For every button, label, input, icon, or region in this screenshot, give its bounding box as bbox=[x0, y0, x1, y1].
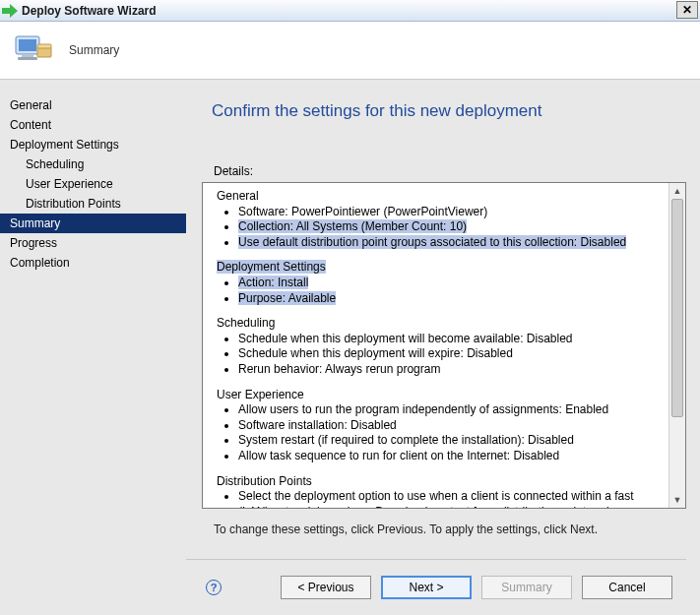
details-item: Collection: All Systems (Member Count: 1… bbox=[238, 219, 662, 235]
svg-rect-6 bbox=[37, 44, 51, 48]
body: GeneralContentDeployment SettingsSchedul… bbox=[0, 80, 700, 615]
wizard-window: Deploy Software Wizard ✕ Summary General… bbox=[0, 0, 700, 615]
details-item: Allow task sequence to run for client on… bbox=[238, 449, 662, 464]
previous-button[interactable]: < Previous bbox=[281, 576, 371, 599]
scroll-thumb[interactable] bbox=[671, 199, 683, 417]
sidebar-item-completion[interactable]: Completion bbox=[0, 253, 186, 273]
main-content: Confirm the settings for this new deploy… bbox=[186, 80, 700, 615]
svg-rect-3 bbox=[22, 54, 33, 57]
sidebar-item-general[interactable]: General bbox=[0, 95, 186, 115]
summary-button: Summary bbox=[481, 576, 572, 599]
sidebar-item-scheduling[interactable]: Scheduling bbox=[0, 154, 186, 174]
sidebar-nav: GeneralContentDeployment SettingsSchedul… bbox=[0, 80, 186, 615]
scroll-track[interactable] bbox=[669, 199, 685, 492]
close-icon: ✕ bbox=[682, 4, 692, 16]
computer-icon bbox=[14, 31, 55, 71]
details-item: Use default distribution point groups as… bbox=[238, 235, 662, 251]
details-item: Schedule when this deployment will expir… bbox=[238, 346, 662, 362]
sidebar-item-user-experience[interactable]: User Experience bbox=[0, 174, 186, 194]
header-banner: Summary bbox=[0, 22, 700, 80]
page-heading: Confirm the settings for this new deploy… bbox=[212, 101, 686, 121]
banner-label: Summary bbox=[69, 43, 119, 57]
sidebar-item-progress[interactable]: Progress bbox=[0, 233, 186, 253]
details-item: Purpose: Available bbox=[238, 291, 662, 307]
details-item: Action: Install bbox=[238, 276, 662, 291]
next-button[interactable]: Next > bbox=[381, 576, 472, 599]
sidebar-item-summary[interactable]: Summary bbox=[0, 214, 186, 233]
details-item: Select the deployment option to use when… bbox=[238, 489, 662, 508]
sidebar-item-content[interactable]: Content bbox=[0, 115, 186, 135]
svg-rect-2 bbox=[19, 39, 36, 51]
scroll-up-icon[interactable]: ▲ bbox=[669, 183, 685, 199]
hint-text: To change these settings, click Previous… bbox=[214, 523, 686, 536]
help-icon[interactable]: ? bbox=[206, 580, 222, 595]
details-item: Schedule when this deployment will becom… bbox=[238, 332, 662, 347]
cancel-button[interactable]: Cancel bbox=[582, 576, 672, 599]
details-item: Rerun behavior: Always rerun program bbox=[238, 362, 662, 378]
details-box: GeneralSoftware: PowerPointiewer (PowerP… bbox=[202, 182, 686, 509]
details-label: Details: bbox=[214, 164, 686, 178]
scrollbar[interactable]: ▲ ▼ bbox=[668, 183, 685, 508]
details-group-title: Distribution Points bbox=[217, 474, 312, 488]
details-item: Allow users to run the program independe… bbox=[238, 402, 662, 418]
details-group-title: Scheduling bbox=[217, 316, 275, 330]
details-content: GeneralSoftware: PowerPointiewer (PowerP… bbox=[203, 183, 669, 508]
scroll-down-icon[interactable]: ▼ bbox=[669, 492, 685, 508]
close-button[interactable]: ✕ bbox=[676, 1, 698, 19]
details-item: System restart (if required to complete … bbox=[238, 433, 662, 449]
details-group-title: Deployment Settings bbox=[217, 260, 326, 274]
details-item: Software: PowerPointiewer (PowerPointVie… bbox=[238, 205, 662, 220]
svg-marker-0 bbox=[2, 4, 18, 18]
svg-rect-4 bbox=[18, 57, 37, 60]
wizard-arrow-icon bbox=[2, 4, 18, 18]
titlebar: Deploy Software Wizard ✕ bbox=[0, 0, 700, 22]
window-title: Deploy Software Wizard bbox=[22, 4, 157, 18]
footer: ? < Previous Next > Summary Cancel bbox=[186, 559, 686, 615]
details-item: Software installation: Disabled bbox=[238, 418, 662, 434]
sidebar-item-distribution-points[interactable]: Distribution Points bbox=[0, 194, 186, 214]
details-group-title: General bbox=[217, 189, 259, 203]
sidebar-item-deployment-settings[interactable]: Deployment Settings bbox=[0, 135, 186, 154]
details-group-title: User Experience bbox=[217, 388, 304, 401]
